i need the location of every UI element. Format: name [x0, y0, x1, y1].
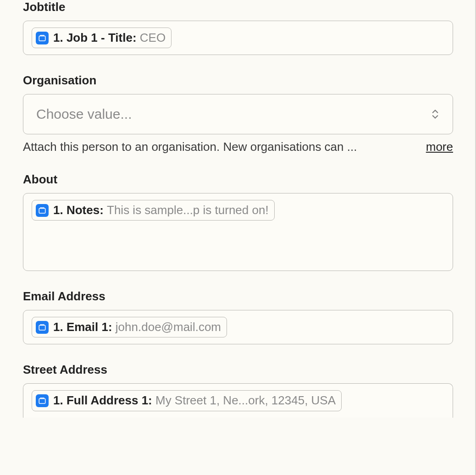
street-label: Street Address — [23, 363, 453, 377]
organisation-field: Organisation Choose value... Attach this… — [23, 73, 453, 154]
app-source-icon — [36, 204, 49, 217]
street-input[interactable]: 1. Full Address 1: My Street 1, Ne...ork… — [23, 383, 453, 417]
token-label: 1. Notes: — [53, 203, 107, 217]
svg-rect-2 — [39, 325, 45, 330]
token-value: This is sample...p is turned on! — [107, 203, 269, 217]
street-field: Street Address 1. Full Address 1: My Str… — [23, 363, 453, 417]
about-label: About — [23, 172, 453, 187]
chevron-updown-icon — [431, 109, 440, 120]
organisation-hint-row: Attach this person to an organisation. N… — [23, 140, 453, 154]
email-field: Email Address 1. Email 1: john.doe@mail.… — [23, 289, 453, 344]
email-input[interactable]: 1. Email 1: john.doe@mail.com — [23, 310, 453, 344]
token-label: 1. Job 1 - Title: — [53, 31, 140, 44]
svg-rect-1 — [39, 208, 45, 213]
organisation-hint: Attach this person to an organisation. N… — [23, 140, 415, 154]
app-source-icon — [36, 32, 49, 44]
organisation-more-link[interactable]: more — [426, 140, 453, 154]
jobtitle-token[interactable]: 1. Job 1 - Title: CEO — [32, 28, 172, 48]
about-field: About 1. Notes: This is sample...p is tu… — [23, 172, 453, 271]
jobtitle-label: Jobtitle — [23, 0, 453, 14]
email-label: Email Address — [23, 289, 453, 304]
token-label: 1. Email 1: — [53, 320, 116, 334]
organisation-select[interactable]: Choose value... — [23, 94, 453, 134]
token-value: john.doe@mail.com — [116, 320, 221, 334]
token-value: CEO — [140, 31, 166, 44]
organisation-placeholder: Choose value... — [36, 106, 132, 122]
about-input[interactable]: 1. Notes: This is sample...p is turned o… — [23, 193, 453, 271]
token-label: 1. Full Address 1: — [53, 393, 155, 407]
jobtitle-input[interactable]: 1. Job 1 - Title: CEO — [23, 21, 453, 55]
email-token[interactable]: 1. Email 1: john.doe@mail.com — [32, 317, 227, 337]
organisation-label: Organisation — [23, 73, 453, 88]
app-source-icon — [36, 394, 49, 407]
street-token[interactable]: 1. Full Address 1: My Street 1, Ne...ork… — [32, 390, 342, 411]
svg-rect-0 — [39, 36, 45, 41]
token-value: My Street 1, Ne...ork, 12345, USA — [155, 393, 336, 407]
about-token[interactable]: 1. Notes: This is sample...p is turned o… — [32, 200, 275, 221]
svg-rect-3 — [39, 398, 45, 403]
jobtitle-field: Jobtitle 1. Job 1 - Title: CEO — [23, 0, 453, 55]
app-source-icon — [36, 321, 49, 334]
